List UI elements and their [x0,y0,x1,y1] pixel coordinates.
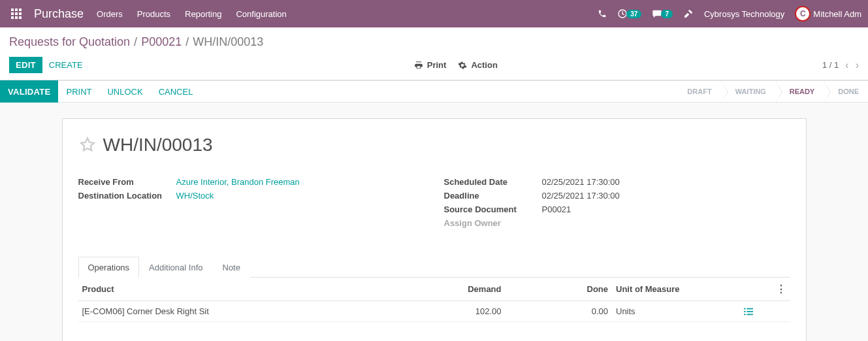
cell-uom: Units [612,301,740,322]
activities-icon[interactable]: 37 [617,8,641,19]
validate-button[interactable]: VALIDATE [0,80,58,103]
svg-rect-3 [744,311,746,312]
menu-configuration[interactable]: Configuration [236,9,286,19]
action-label: Action [471,60,497,70]
receive-from-value[interactable]: Azure Interior, Brandon Freeman [176,177,300,187]
edit-button[interactable]: EDIT [9,57,42,73]
debug-icon[interactable] [683,8,694,19]
gear-icon [458,61,467,70]
app-brand[interactable]: Purchase [34,7,84,21]
destination-value[interactable]: WH/Stock [176,191,214,201]
record-title: WH/IN/00013 [103,135,213,155]
status-stages: DRAFT WAITING READY DONE [675,81,868,102]
tab-operations[interactable]: Operations [78,257,140,278]
cell-demand: 102.00 [398,301,506,322]
breadcrumb: Requests for Quotation / P00021 / WH/IN/… [9,35,859,49]
th-uom: Unit of Measure [612,278,740,301]
destination-label: Destination Location [78,191,176,201]
print-icon [414,61,423,70]
company-switcher[interactable]: Cybrosys Technology [704,9,784,19]
pager-prev-icon[interactable]: ‹ [845,59,848,71]
detailed-ops-icon[interactable] [744,308,765,316]
svg-rect-5 [744,314,746,315]
main-menu: Orders Products Reporting Configuration [97,9,287,19]
th-product: Product [78,278,399,301]
favorite-star-icon[interactable] [78,136,97,154]
menu-orders[interactable]: Orders [97,9,123,19]
pager-next-icon[interactable]: › [856,59,859,71]
svg-rect-4 [747,311,754,312]
cancel-button[interactable]: CANCEL [151,87,201,97]
menu-products[interactable]: Products [137,9,170,19]
assign-owner-label: Assign Owner [444,218,542,228]
breadcrumb-parent[interactable]: P00021 [141,35,182,49]
activities-badge: 37 [626,10,641,18]
notebook-tabs: Operations Additional Info Note [78,256,790,278]
menu-reporting[interactable]: Reporting [185,9,221,19]
avatar: C [795,6,811,22]
columns-menu-icon[interactable]: ⋮ [776,284,786,295]
th-done: Done [506,278,613,301]
svg-rect-2 [747,308,754,309]
th-demand: Demand [398,278,506,301]
cell-done: 0.00 [506,301,613,322]
user-menu[interactable]: C Mitchell Adm [795,6,861,22]
breadcrumb-root[interactable]: Requests for Quotation [9,35,130,49]
pager: 1 / 1 ‹ › [822,59,859,71]
tab-note[interactable]: Note [213,257,250,278]
form-sheet: WH/IN/00013 Receive From Azure Interior,… [62,118,807,341]
operations-table: Product Demand Done Unit of Measure ⋮ [E… [78,278,790,322]
scheduled-value: 02/25/2021 17:30:00 [542,177,620,187]
breadcrumb-current: WH/IN/00013 [193,35,263,49]
stage-ready[interactable]: READY [775,81,824,102]
pager-text: 1 / 1 [822,60,839,70]
cell-product: [E-COM06] Corner Desk Right Sit [78,301,399,322]
scheduled-label: Scheduled Date [444,177,542,187]
stage-waiting[interactable]: WAITING [721,81,775,102]
source-doc-value: P00021 [542,204,571,214]
messages-icon[interactable]: 7 [652,8,673,19]
svg-rect-1 [744,308,746,309]
top-navbar: Purchase Orders Products Reporting Confi… [0,0,868,27]
apps-icon[interactable] [5,0,27,27]
source-doc-label: Source Document [444,204,542,214]
unlock-button[interactable]: UNLOCK [99,87,150,97]
table-row[interactable]: [E-COM06] Corner Desk Right Sit 102.00 0… [78,301,790,322]
phone-icon[interactable] [598,9,607,18]
svg-rect-6 [747,314,754,315]
print-label: Print [427,60,447,70]
receive-from-label: Receive From [78,177,176,187]
control-bar: Requests for Quotation / P00021 / WH/IN/… [0,27,868,80]
status-bar: VALIDATE PRINT UNLOCK CANCEL DRAFT WAITI… [0,80,868,103]
tab-additional-info[interactable]: Additional Info [139,257,212,278]
print-dropdown[interactable]: Print [414,60,447,70]
stage-draft[interactable]: DRAFT [675,81,720,102]
create-button[interactable]: CREATE [42,57,89,73]
action-dropdown[interactable]: Action [458,60,497,70]
deadline-value: 02/25/2021 17:30:00 [542,191,620,201]
print-button[interactable]: PRINT [58,87,99,97]
deadline-label: Deadline [444,191,542,201]
messages-badge: 7 [661,10,673,18]
user-name: Mitchell Adm [813,9,861,19]
